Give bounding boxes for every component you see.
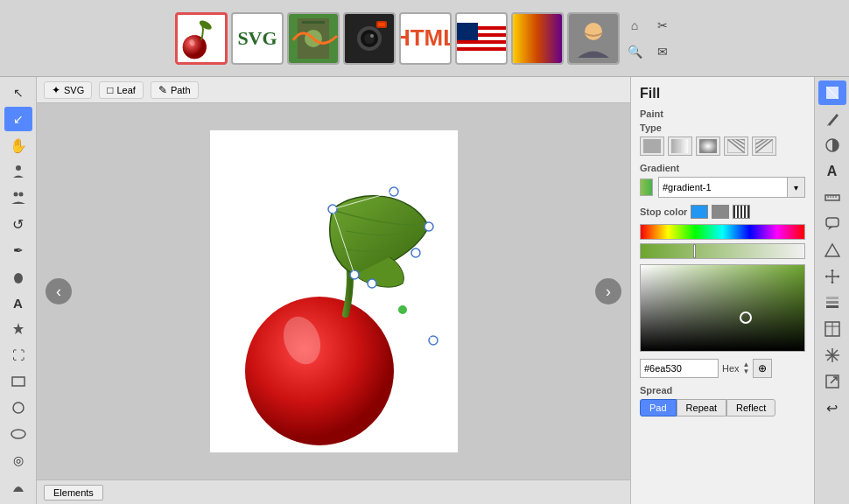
breadcrumb-svg[interactable]: ✦ SVG <box>44 81 92 99</box>
svg-rect-7 <box>302 21 325 24</box>
gradient-dropdown-arrow[interactable]: ▾ <box>788 177 805 198</box>
svg-point-38 <box>397 304 408 315</box>
svg-rect-44 <box>699 139 717 153</box>
next-button[interactable]: › <box>595 278 621 304</box>
flag-app-icon[interactable] <box>455 12 508 65</box>
stop-color-row: Stop color <box>640 205 805 219</box>
pen-tool[interactable]: ✒ <box>4 238 32 262</box>
photo-app-icon[interactable] <box>287 12 340 65</box>
color-picker-dark <box>641 265 804 351</box>
top-right-row1: ⌂ ✂ <box>623 14 674 37</box>
home-icon[interactable]: ⌂ <box>623 14 646 37</box>
camera-app-icon[interactable] <box>343 12 396 65</box>
svg-editor-icon[interactable]: SVG <box>231 12 284 65</box>
stop-lines[interactable] <box>733 205 750 219</box>
hex-input[interactable] <box>640 359 719 378</box>
table-tool[interactable] <box>818 317 846 341</box>
opacity-bar[interactable] <box>640 243 805 259</box>
move-tool[interactable] <box>818 264 846 289</box>
svg-point-12 <box>370 34 374 38</box>
star-tool[interactable] <box>4 317 32 341</box>
leaf-bc-icon: □ <box>107 84 113 96</box>
select-tool[interactable]: ↙ <box>4 107 32 131</box>
svg-point-32 <box>368 279 376 288</box>
spread-pad-button[interactable]: Pad <box>640 399 677 416</box>
frame-tool[interactable]: ⛶ <box>4 343 32 368</box>
snowflake-tool[interactable] <box>818 343 846 368</box>
left-toolbar: ↖ ↙ ✋ ↺ ✒ A ⛶ ◎ <box>0 77 37 504</box>
cherry-app-icon[interactable] <box>175 12 228 65</box>
pencil-tool[interactable] <box>818 107 846 131</box>
svg-rect-56 <box>825 195 839 200</box>
breadcrumb-path[interactable]: ✎ Path <box>151 81 199 99</box>
next-icon: › <box>606 283 611 301</box>
spread-row: Pad Repeat Reflect <box>640 399 805 416</box>
ruler-tool[interactable] <box>818 186 846 210</box>
svg-rect-22 <box>12 377 25 386</box>
far-right-panel: A ↩ <box>814 77 849 504</box>
breadcrumb-leaf-label: Leaf <box>116 85 135 95</box>
gradient-select-wrap: ▾ <box>658 177 805 198</box>
eyedropper-button[interactable]: ⊕ <box>753 359 772 378</box>
portrait-app-icon[interactable] <box>567 12 620 65</box>
paint-fill-tool[interactable] <box>818 80 846 105</box>
rotate-tool[interactable]: ↺ <box>4 212 32 236</box>
svg-point-20 <box>18 192 23 197</box>
person2-tool[interactable] <box>4 186 32 210</box>
svg-rect-61 <box>826 218 838 227</box>
type-flat-btn[interactable] <box>640 136 664 156</box>
scissors-icon[interactable]: ✂ <box>651 14 674 37</box>
breadcrumb-svg-label: SVG <box>64 85 84 95</box>
type-radial-btn[interactable] <box>696 136 720 156</box>
spread-reflect-button[interactable]: Reflect <box>726 399 775 416</box>
html5-app-icon[interactable]: HTML <box>399 12 452 65</box>
gradient-app-icon[interactable] <box>511 12 564 65</box>
arrow-tool[interactable]: ↖ <box>4 80 32 105</box>
spread-repeat-button[interactable]: Repeat <box>677 399 726 416</box>
type-pattern-btn[interactable] <box>724 136 748 156</box>
prev-button[interactable]: ‹ <box>46 278 72 304</box>
mail-icon[interactable]: ✉ <box>651 40 674 63</box>
text-tool[interactable]: A <box>4 290 32 315</box>
svg-bc-icon: ✦ <box>52 84 60 96</box>
breadcrumb-leaf[interactable]: □ Leaf <box>99 81 144 99</box>
hand-tool[interactable]: ✋ <box>4 133 32 158</box>
stop-swatch-blue[interactable] <box>691 205 708 219</box>
triangle-tool[interactable] <box>818 238 846 262</box>
window-controls: ⌂ ✂ 🔍 ✉ <box>623 14 674 63</box>
magnify-icon[interactable]: 🔍 <box>623 40 646 63</box>
speech-tool[interactable] <box>818 212 846 236</box>
color-picker-circle[interactable] <box>740 312 752 324</box>
svg-text: SVG <box>237 27 277 50</box>
blob-tool[interactable] <box>4 264 32 289</box>
svg-point-25 <box>245 297 394 445</box>
person-tool[interactable] <box>4 159 32 184</box>
layers-tool[interactable] <box>818 290 846 315</box>
font-tool[interactable]: A <box>818 159 846 184</box>
elements-button[interactable]: Elements <box>44 485 103 500</box>
contrast-tool[interactable] <box>818 133 846 158</box>
arc-tool[interactable] <box>4 474 32 499</box>
type-mesh-btn[interactable] <box>752 136 776 156</box>
external-tool[interactable] <box>818 369 846 394</box>
type-linear-btn[interactable] <box>668 136 692 156</box>
fill-panel-content: Fill Paint Type <box>631 77 814 504</box>
svg-point-17 <box>585 23 602 40</box>
canvas-area: ✦ SVG □ Leaf ✎ Path ‹ <box>37 77 630 504</box>
oval-tool[interactable] <box>4 422 32 446</box>
spiral-tool[interactable]: ◎ <box>4 448 32 472</box>
drawing-canvas: ‹ <box>37 103 630 480</box>
spectrum-bar[interactable] <box>640 224 805 240</box>
svg-point-23 <box>13 402 24 413</box>
circle-tool[interactable] <box>4 396 32 420</box>
svg-rect-65 <box>826 301 838 304</box>
svg-point-3 <box>198 18 213 31</box>
hex-arrows[interactable]: ▲ ▼ <box>743 361 750 375</box>
canvas-paper[interactable] <box>209 130 459 453</box>
color-picker-box[interactable] <box>640 264 805 352</box>
rect-tool[interactable] <box>4 369 32 394</box>
undo-tool[interactable]: ↩ <box>818 396 846 420</box>
gradient-input[interactable] <box>658 177 788 198</box>
stop-swatch-gray[interactable] <box>712 205 729 219</box>
svg-point-1 <box>183 35 207 59</box>
